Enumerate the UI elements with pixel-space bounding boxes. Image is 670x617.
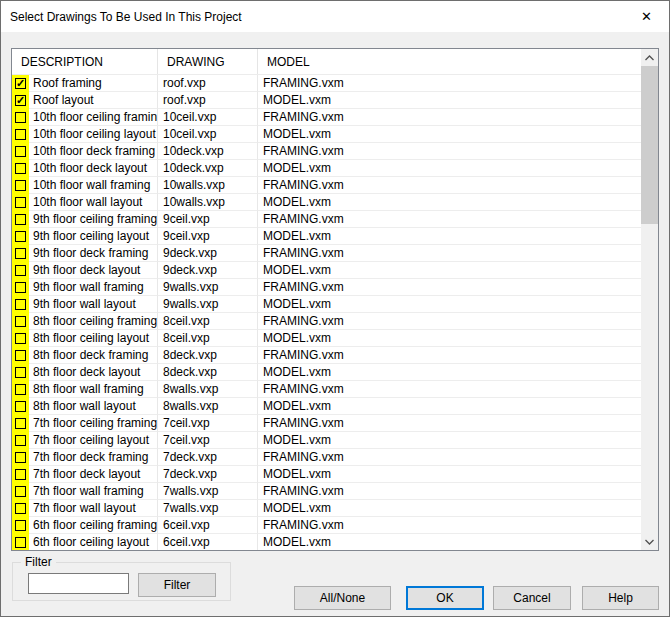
row-model: FRAMING.vxm: [258, 245, 641, 262]
checkbox-icon: [15, 537, 26, 548]
table-row[interactable]: 10th floor ceiling layout10ceil.vxpMODEL…: [12, 126, 641, 143]
table-row[interactable]: 10th floor wall layout10walls.vxpMODEL.v…: [12, 194, 641, 211]
close-button[interactable]: ✕: [624, 1, 669, 31]
row-drawing: 10deck.vxp: [158, 160, 258, 177]
row-drawing: 6ceil.vxp: [158, 534, 258, 550]
row-checkbox[interactable]: [12, 347, 29, 364]
row-drawing: 9ceil.vxp: [158, 228, 258, 245]
row-drawing: 7ceil.vxp: [158, 415, 258, 432]
row-checkbox[interactable]: [12, 381, 29, 398]
table-row[interactable]: 8th floor ceiling framing8ceil.vxpFRAMIN…: [12, 313, 641, 330]
row-checkbox[interactable]: [12, 534, 29, 550]
checkbox-icon: [15, 180, 26, 191]
table-row[interactable]: 9th floor wall framing9walls.vxpFRAMING.…: [12, 279, 641, 296]
table-row[interactable]: 10th floor wall framing10walls.vxpFRAMIN…: [12, 177, 641, 194]
row-model: MODEL.vxm: [258, 330, 641, 347]
table-row[interactable]: 7th floor deck framing7deck.vxpFRAMING.v…: [12, 449, 641, 466]
row-model: FRAMING.vxm: [258, 381, 641, 398]
row-checkbox[interactable]: [12, 449, 29, 466]
header-cell-description[interactable]: DESCRIPTION: [12, 49, 158, 74]
checkbox-icon: [15, 299, 26, 310]
row-checkbox[interactable]: [12, 500, 29, 517]
row-checkbox[interactable]: [12, 109, 29, 126]
table-row[interactable]: 10th floor deck framing10deck.vxpFRAMING…: [12, 143, 641, 160]
vertical-scrollbar[interactable]: [641, 49, 658, 550]
row-checkbox[interactable]: [12, 262, 29, 279]
checkbox-icon: [15, 112, 26, 123]
row-drawing: 10deck.vxp: [158, 143, 258, 160]
scroll-thumb[interactable]: [641, 66, 658, 224]
table-row[interactable]: 10th floor deck layout10deck.vxpMODEL.vx…: [12, 160, 641, 177]
row-checkbox[interactable]: [12, 228, 29, 245]
row-model: FRAMING.vxm: [258, 75, 641, 92]
row-description: 7th floor ceiling framing: [29, 415, 158, 432]
table-row[interactable]: 10th floor ceiling framing10ceil.vxpFRAM…: [12, 109, 641, 126]
row-checkbox[interactable]: [12, 211, 29, 228]
row-checkbox[interactable]: [12, 126, 29, 143]
table-row[interactable]: 9th floor deck layout9deck.vxpMODEL.vxm: [12, 262, 641, 279]
all-none-button[interactable]: All/None: [294, 586, 391, 610]
filter-input[interactable]: [28, 573, 129, 594]
row-checkbox[interactable]: [12, 160, 29, 177]
table-row[interactable]: 9th floor ceiling layout9ceil.vxpMODEL.v…: [12, 228, 641, 245]
table-row[interactable]: 8th floor deck layout8deck.vxpMODEL.vxm: [12, 364, 641, 381]
ok-button[interactable]: OK: [406, 586, 484, 610]
checkbox-icon: [15, 248, 26, 259]
scroll-down-button[interactable]: [641, 533, 658, 550]
row-drawing: roof.vxp: [158, 75, 258, 92]
row-checkbox[interactable]: [12, 330, 29, 347]
table-row[interactable]: ✓Roof layoutroof.vxpMODEL.vxm: [12, 92, 641, 109]
help-button[interactable]: Help: [582, 586, 659, 610]
row-description: 9th floor deck layout: [29, 262, 158, 279]
row-checkbox[interactable]: [12, 177, 29, 194]
table-row[interactable]: 9th floor wall layout9walls.vxpMODEL.vxm: [12, 296, 641, 313]
row-drawing: 7deck.vxp: [158, 466, 258, 483]
cancel-button[interactable]: Cancel: [493, 586, 571, 610]
row-checkbox[interactable]: [12, 279, 29, 296]
header-cell-drawing[interactable]: DRAWING: [158, 49, 258, 74]
row-drawing: 10ceil.vxp: [158, 126, 258, 143]
row-checkbox[interactable]: [12, 432, 29, 449]
table-row[interactable]: 8th floor wall framing8walls.vxpFRAMING.…: [12, 381, 641, 398]
filter-group-label: Filter: [21, 555, 56, 569]
table-row[interactable]: 7th floor wall framing7walls.vxpFRAMING.…: [12, 483, 641, 500]
row-checkbox[interactable]: [12, 415, 29, 432]
table-row[interactable]: 8th floor wall layout8walls.vxpMODEL.vxm: [12, 398, 641, 415]
table-row[interactable]: 7th floor deck layout7deck.vxpMODEL.vxm: [12, 466, 641, 483]
row-model: FRAMING.vxm: [258, 313, 641, 330]
checkbox-icon: [15, 469, 26, 480]
table-row[interactable]: 8th floor ceiling layout8ceil.vxpMODEL.v…: [12, 330, 641, 347]
row-checkbox[interactable]: [12, 364, 29, 381]
row-checkbox[interactable]: [12, 194, 29, 211]
table-row[interactable]: 7th floor ceiling layout7ceil.vxpMODEL.v…: [12, 432, 641, 449]
row-description: 10th floor deck layout: [29, 160, 158, 177]
table-row[interactable]: 7th floor ceiling framing7ceil.vxpFRAMIN…: [12, 415, 641, 432]
table-row[interactable]: 9th floor deck framing9deck.vxpFRAMING.v…: [12, 245, 641, 262]
row-checkbox[interactable]: [12, 245, 29, 262]
window-title: Select Drawings To Be Used In This Proje…: [10, 10, 242, 24]
row-checkbox-checked[interactable]: ✓: [12, 92, 29, 109]
row-checkbox[interactable]: [12, 517, 29, 534]
row-checkbox[interactable]: [12, 483, 29, 500]
row-description: 9th floor wall layout: [29, 296, 158, 313]
row-checkbox-checked[interactable]: ✓: [12, 75, 29, 92]
table-row[interactable]: 6th floor ceiling layout6ceil.vxpMODEL.v…: [12, 534, 641, 550]
row-checkbox[interactable]: [12, 313, 29, 330]
row-checkbox[interactable]: [12, 398, 29, 415]
row-model: MODEL.vxm: [258, 296, 641, 313]
row-description: 8th floor ceiling framing: [29, 313, 158, 330]
dialog-window: Select Drawings To Be Used In This Proje…: [0, 0, 670, 617]
table-row[interactable]: ✓Roof framingroof.vxpFRAMING.vxm: [12, 75, 641, 92]
table-row[interactable]: 8th floor deck framing8deck.vxpFRAMING.v…: [12, 347, 641, 364]
row-checkbox[interactable]: [12, 466, 29, 483]
filter-group: Filter Filter: [12, 562, 231, 601]
table-row[interactable]: 9th floor ceiling framing9ceil.vxpFRAMIN…: [12, 211, 641, 228]
scroll-up-button[interactable]: [641, 49, 658, 66]
table-row[interactable]: 7th floor wall layout7walls.vxpMODEL.vxm: [12, 500, 641, 517]
table-row[interactable]: 6th floor ceiling framing6ceil.vxpFRAMIN…: [12, 517, 641, 534]
row-checkbox[interactable]: [12, 143, 29, 160]
filter-button[interactable]: Filter: [138, 573, 216, 597]
row-model: FRAMING.vxm: [258, 279, 641, 296]
header-cell-model[interactable]: MODEL: [258, 49, 641, 74]
row-checkbox[interactable]: [12, 296, 29, 313]
